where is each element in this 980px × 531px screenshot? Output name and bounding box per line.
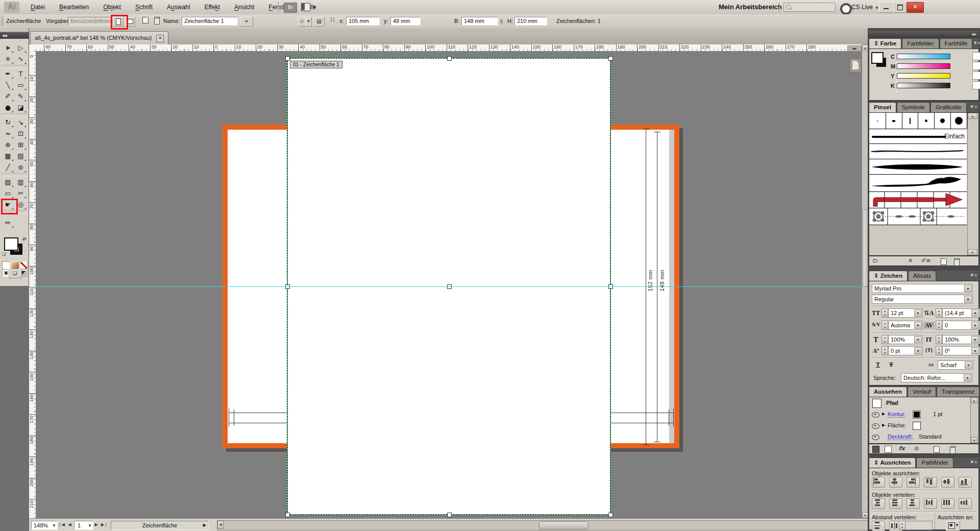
tab-absatz[interactable]: Absatz — [908, 271, 936, 281]
default-fill-stroke-icon[interactable]: ❏ — [2, 252, 6, 256]
scroll-up-icon[interactable]: ▲ — [968, 113, 977, 119]
tab-verlauf[interactable]: Verlauf — [908, 387, 936, 397]
sprache-select[interactable]: Deutsch: Refor... ▼ — [901, 373, 972, 382]
height-input[interactable]: 210 mm — [514, 17, 547, 26]
dist-v-top-button[interactable] — [872, 498, 885, 509]
x-input[interactable]: 105 mm — [346, 17, 380, 26]
antialias-select[interactable]: Scharf ▼ — [938, 360, 973, 370]
artboard-handle-sw[interactable] — [285, 513, 290, 517]
scroll-down-icon[interactable]: ▼ — [968, 249, 977, 255]
align-h-center-button[interactable] — [889, 477, 902, 488]
tab-transparenz[interactable]: Transparenz — [937, 387, 979, 397]
artboard-number-select[interactable]: 1 ▼ — [74, 521, 93, 530]
fill-stroke-control[interactable]: ⇄ ❏ — [2, 236, 28, 260]
baseline-shift-stepper[interactable]: ▲▼ — [881, 346, 888, 355]
rotate-tool[interactable]: ↻ — [2, 117, 14, 128]
collapse-panel-arrows[interactable]: ▶▶ — [847, 45, 862, 52]
paintbrush-tool[interactable]: ✐ — [2, 91, 14, 102]
scroll-left-icon[interactable]: ◀ — [217, 521, 224, 529]
character-rotation-stepper[interactable]: ▲▼ — [936, 346, 942, 355]
align-v-bottom-button[interactable] — [959, 477, 972, 488]
panel-grip[interactable] — [1, 16, 4, 26]
tab-farbe[interactable]: ⇕ Farbe — [869, 38, 901, 49]
scroll-up-icon[interactable]: ▲ — [971, 397, 977, 403]
dist-h-center-button[interactable] — [941, 498, 954, 509]
search-input[interactable] — [783, 3, 836, 12]
brush-calligraphic-4[interactable] — [918, 113, 935, 129]
minimize-button[interactable] — [879, 2, 893, 13]
fill-swatch[interactable] — [871, 52, 884, 64]
screen-mode-button[interactable]: ❑ — [8, 269, 22, 278]
color-button[interactable] — [2, 261, 10, 269]
k-value-input[interactable]: 0 — [972, 81, 980, 89]
strikethrough-button[interactable]: T — [886, 361, 897, 369]
knife-tool[interactable]: ✏ — [2, 218, 14, 229]
tab-zeichen[interactable]: ⇕ Zeichen — [869, 271, 908, 281]
brush-tapered[interactable] — [869, 159, 967, 175]
eyedropper-tool[interactable]: ╱ — [2, 162, 14, 173]
first-artboard-button[interactable]: ❘◀ — [58, 521, 65, 529]
menu-effekt[interactable]: Effekt — [197, 0, 227, 14]
tracking-stepper[interactable]: ▲▼ — [936, 321, 942, 330]
next-artboard-button[interactable]: ▶ — [92, 521, 100, 529]
rectangle-tool[interactable]: ▭ — [14, 80, 27, 91]
previous-artboard-button[interactable]: ◀ — [66, 521, 74, 529]
underline-button[interactable]: T — [872, 361, 884, 369]
tab-grafikstile[interactable]: Grafikstile — [930, 102, 967, 112]
tab-farbhilfe[interactable]: Farbhilfe — [940, 38, 973, 49]
y-slider[interactable] — [897, 73, 950, 79]
free-transform-tool[interactable]: ⊡ — [14, 128, 27, 139]
tab-aussehen[interactable]: Aussehen — [869, 387, 907, 397]
dist-h-right-button[interactable] — [959, 498, 972, 509]
add-effect-icon[interactable]: fx — [899, 445, 905, 452]
blend-tool[interactable]: ⊚ — [14, 162, 27, 173]
dist-v-center-button[interactable] — [889, 498, 902, 509]
m-value-input[interactable]: 0 — [972, 62, 980, 70]
workspace-switcher[interactable]: Mein Arbeitsbereich▼ — [719, 0, 788, 14]
horizontal-guide[interactable] — [36, 286, 862, 287]
brush-scrollbar[interactable]: ▲ ▼ — [967, 113, 978, 255]
expand-triangle-icon[interactable]: ▶ — [882, 423, 885, 427]
brush-calligraphic-5[interactable] — [934, 113, 951, 129]
brush-einfach[interactable]: Einfach — [869, 129, 967, 144]
tab-farbfelder[interactable]: Farbfelder — [902, 38, 939, 49]
tab-pinsel[interactable]: Pinsel — [869, 102, 896, 112]
duplicate-item-icon[interactable] — [934, 446, 940, 454]
cs-live-menu[interactable]: CS Live▼ — [851, 0, 879, 14]
font-size-select[interactable]: 12 pt ▼ — [888, 308, 923, 318]
new-stroke-icon[interactable] — [872, 446, 879, 453]
none-button[interactable] — [20, 261, 28, 269]
pencil-tool[interactable]: ✎ — [14, 91, 27, 102]
menu-bearbeiten[interactable]: Bearbeiten — [52, 0, 96, 14]
brush-libraries-icon[interactable]: 🗀 — [872, 257, 878, 264]
artboard-handle-n[interactable] — [447, 56, 452, 61]
slider-handle[interactable] — [895, 88, 899, 92]
canvas[interactable]: 152 mm 148 mm 01 - Zeichenfläche 1 — [36, 51, 862, 518]
brush-decorative-pattern[interactable] — [869, 208, 967, 225]
new-brush-icon[interactable] — [941, 258, 947, 267]
visibility-eye-icon[interactable] — [872, 435, 879, 440]
vertical-ruler[interactable]: 0102030405060708090100110120130140150160… — [29, 51, 36, 518]
horizontal-scale-select[interactable]: 100% ▼ — [888, 335, 923, 344]
panel-menu-icon[interactable]: ▼≡ — [970, 102, 979, 112]
kerning-stepper[interactable]: ▲▼ — [881, 321, 888, 330]
artboard-handle-nw[interactable] — [285, 56, 290, 61]
close-button[interactable]: × — [906, 2, 924, 13]
symbol-sprayer-tool[interactable]: ▨ — [2, 177, 14, 188]
panel-menu-icon[interactable]: ▼≡ — [973, 38, 980, 49]
shape-builder-tool[interactable]: ⊕ — [2, 139, 14, 151]
flaeche-row[interactable]: ▶ Fläche: — [870, 420, 978, 432]
page-flyout-icon[interactable] — [849, 58, 862, 73]
align-h-left-button[interactable] — [872, 477, 885, 488]
brush-calligraphic-2[interactable] — [886, 113, 902, 129]
artboard-presets-arrow[interactable]: ▼ — [305, 17, 312, 27]
font-style-select[interactable]: Regular ▼ — [872, 295, 973, 304]
line-segment-tool[interactable]: ╲ — [2, 80, 14, 91]
font-family-select[interactable]: Myriad Pro ▼ — [872, 284, 973, 293]
brush-arrow-pattern[interactable] — [869, 192, 967, 208]
move-artwork-with-artboard-button[interactable]: ⌖ — [240, 17, 253, 27]
visibility-eye-icon[interactable] — [872, 423, 879, 429]
mesh-tool[interactable]: ▦ — [2, 151, 14, 162]
brush-calligraphic-6[interactable] — [950, 113, 967, 129]
restore-button[interactable] — [893, 2, 907, 13]
